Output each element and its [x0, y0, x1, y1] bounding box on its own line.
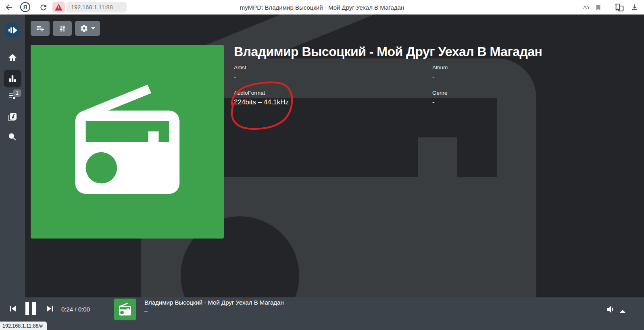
pause-bar-left: [25, 302, 29, 315]
warning-triangle-icon: !: [55, 4, 63, 11]
sliders-icon: [58, 24, 67, 33]
detail-value-genre: -: [432, 98, 435, 106]
sidebar-item-playback[interactable]: [4, 70, 21, 87]
radio-icon: [65, 79, 190, 204]
library-music-icon: [8, 112, 17, 122]
url-text: 192.168.1.11:88: [71, 4, 113, 10]
elapsed-time: 0:24 / 0:00: [61, 306, 90, 313]
bookmark-icon[interactable]: [595, 4, 602, 11]
yandex-glyph: Я: [23, 4, 27, 10]
caret-down-icon: [91, 27, 95, 29]
browser-actions: Aа: [583, 0, 639, 15]
now-playing-info[interactable]: Владимир Высоцкий - Мой Друг Уехал В Маг…: [144, 299, 284, 314]
album-art[interactable]: [31, 45, 224, 239]
browser-page-title: myMPD: Владимир Высоцкий - Мой Друг Уеха…: [240, 0, 404, 15]
skip-next-icon: [44, 303, 56, 314]
detail-label-artist: Artist: [234, 64, 246, 71]
detail-value-audioformat: 224bits – 44.1kHz: [234, 98, 289, 106]
now-playing-artist: –: [144, 308, 284, 314]
sidebar-item-home[interactable]: [4, 49, 21, 66]
settings-menu-button[interactable]: [75, 21, 100, 36]
back-arrow-icon: [4, 3, 13, 12]
translate-icon[interactable]: Aа: [583, 4, 589, 10]
radio-icon-small: [118, 302, 132, 317]
playback-settings-button[interactable]: [53, 21, 72, 36]
volume-icon: [606, 304, 617, 315]
yandex-browser-icon[interactable]: Я: [20, 2, 30, 12]
now-playing-title: Владимир Высоцкий - Мой Друг Уехал В Маг…: [144, 299, 284, 306]
browser-toolbar: Я ! 192.168.1.11:88 myMPD: Владимир Высо…: [0, 0, 644, 15]
playbar: 0:24 / 0:00 Владимир Высоцкий - Мой Друг…: [0, 297, 644, 330]
screen: Я ! 192.168.1.11:88 myMPD: Владимир Высо…: [0, 0, 644, 330]
gear-icon: [80, 24, 88, 33]
warning-glyph: !: [58, 6, 59, 10]
sidebar-item-search[interactable]: [4, 128, 21, 146]
equalizer-icon: [8, 74, 17, 83]
sidebar: 1: [0, 15, 25, 297]
detail-label-album: Album: [432, 64, 448, 71]
song-heading: Владимир Высоцкий - Мой Друг Уехал В Маг…: [234, 44, 542, 59]
now-playing-thumbnail[interactable]: [114, 299, 136, 320]
mympd-logo-icon: [5, 23, 20, 38]
skip-previous-icon: [7, 303, 19, 314]
side-panel-icon[interactable]: [614, 2, 624, 12]
app-logo[interactable]: [5, 23, 20, 38]
detail-value-artist: -: [234, 73, 236, 81]
detail-label-genre: Genre: [432, 90, 448, 96]
link-status-tooltip: 192.168.1.11:88/#: [0, 322, 47, 330]
volume-control[interactable]: [606, 304, 625, 315]
detail-value-album: -: [432, 73, 435, 81]
add-to-playlist-button[interactable]: [31, 21, 50, 36]
main-content: Владимир Высоцкий - Мой Друг Уехал В Маг…: [25, 15, 644, 297]
playlist-add-icon: [35, 24, 45, 33]
search-icon: [8, 132, 17, 142]
url-field[interactable]: 192.168.1.11:88: [66, 2, 127, 12]
security-warning-badge[interactable]: !: [52, 2, 65, 12]
back-button[interactable]: [4, 2, 14, 12]
pause-bar-right: [32, 302, 36, 315]
refresh-icon: [39, 3, 48, 12]
download-icon[interactable]: [630, 3, 639, 12]
refresh-button[interactable]: [38, 2, 48, 12]
toolbar-divider: [608, 3, 608, 11]
previous-button[interactable]: [7, 303, 19, 314]
pause-button[interactable]: [25, 302, 36, 315]
home-icon: [8, 53, 17, 62]
view-toolbar: [31, 21, 100, 36]
detail-label-audioformat: AudioFormat: [234, 90, 265, 96]
queue-count-badge: 1: [13, 89, 21, 97]
next-button[interactable]: [44, 303, 56, 314]
sidebar-item-browse[interactable]: [4, 108, 21, 126]
caret-up-icon: [620, 310, 625, 313]
